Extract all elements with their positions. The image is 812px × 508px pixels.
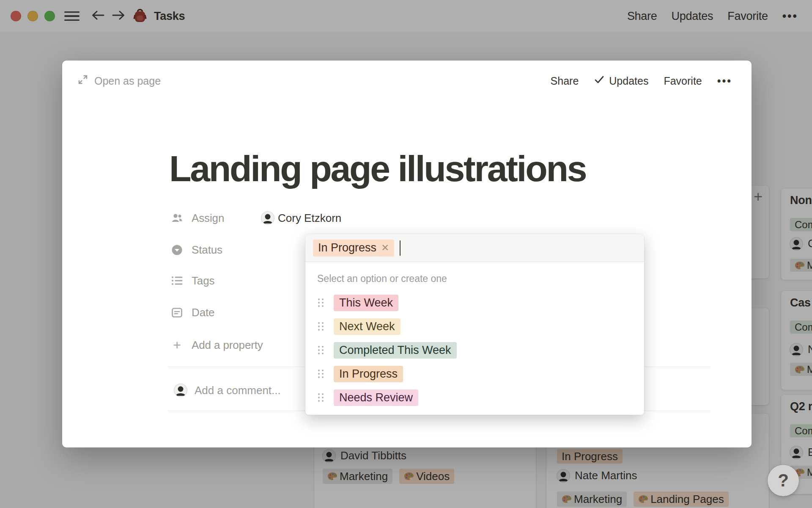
option-completed-this-week[interactable]: Completed This Week xyxy=(305,338,644,362)
assignee-name: Cory Etzkorn xyxy=(278,212,341,225)
plus-icon: + xyxy=(171,338,183,352)
property-value-assign[interactable]: Cory Etzkorn xyxy=(261,210,341,226)
property-label: Assign xyxy=(192,212,224,225)
status-circle-icon xyxy=(171,244,183,256)
page-title[interactable]: Landing page illustrations xyxy=(169,145,586,193)
add-comment-row[interactable]: Add a comment... xyxy=(174,381,281,400)
property-label: Status xyxy=(192,243,222,257)
expand-diagonal-icon xyxy=(77,74,88,88)
property-row-assign[interactable]: Assign xyxy=(171,210,224,226)
dropdown-hint: Select an option or create one xyxy=(317,273,644,284)
open-as-page-label: Open as page xyxy=(94,75,161,87)
modal-share-button[interactable]: Share xyxy=(551,75,579,87)
drag-handle-icon[interactable] xyxy=(318,298,324,307)
avatar-cory xyxy=(261,212,274,224)
status-select-input[interactable]: In Progress ✕ xyxy=(305,234,644,262)
option-next-week[interactable]: Next Week xyxy=(305,315,644,338)
app-window: Tasks Share Updates Favorite ••• In Prog… xyxy=(0,0,812,508)
drag-handle-icon[interactable] xyxy=(318,393,324,402)
modal-more-button[interactable]: ••• xyxy=(717,75,732,87)
status-select-dropdown: In Progress ✕ Select an option or create… xyxy=(305,234,644,415)
modal-updates-button[interactable]: Updates xyxy=(594,74,648,88)
property-row-tags[interactable]: Tags xyxy=(171,272,214,289)
open-as-page-button[interactable]: Open as page xyxy=(77,74,161,88)
selected-status-chip: In Progress ✕ xyxy=(313,240,394,257)
option-this-week[interactable]: This Week xyxy=(305,291,644,315)
check-icon xyxy=(594,74,605,88)
user-avatar-icon xyxy=(174,384,187,397)
calendar-icon xyxy=(171,307,183,318)
comment-placeholder: Add a comment... xyxy=(195,384,281,397)
help-button[interactable]: ? xyxy=(768,465,799,496)
modal-favorite-button[interactable]: Favorite xyxy=(664,75,702,87)
property-row-status[interactable]: Status xyxy=(171,241,222,258)
add-property-label: Add a property xyxy=(192,339,263,352)
drag-handle-icon[interactable] xyxy=(318,370,324,378)
people-icon xyxy=(171,213,183,223)
drag-handle-icon[interactable] xyxy=(318,322,324,331)
drag-handle-icon[interactable] xyxy=(318,346,324,354)
text-cursor xyxy=(400,240,401,256)
x-icon[interactable]: ✕ xyxy=(381,242,389,254)
property-row-date[interactable]: Date xyxy=(171,304,214,321)
property-label: Tags xyxy=(192,274,214,287)
property-label: Date xyxy=(192,306,214,319)
option-in-progress[interactable]: In Progress xyxy=(305,362,644,386)
bullet-list-icon xyxy=(171,276,183,286)
add-property-button[interactable]: + Add a property xyxy=(171,337,263,353)
option-needs-review[interactable]: Needs Review xyxy=(305,386,644,409)
